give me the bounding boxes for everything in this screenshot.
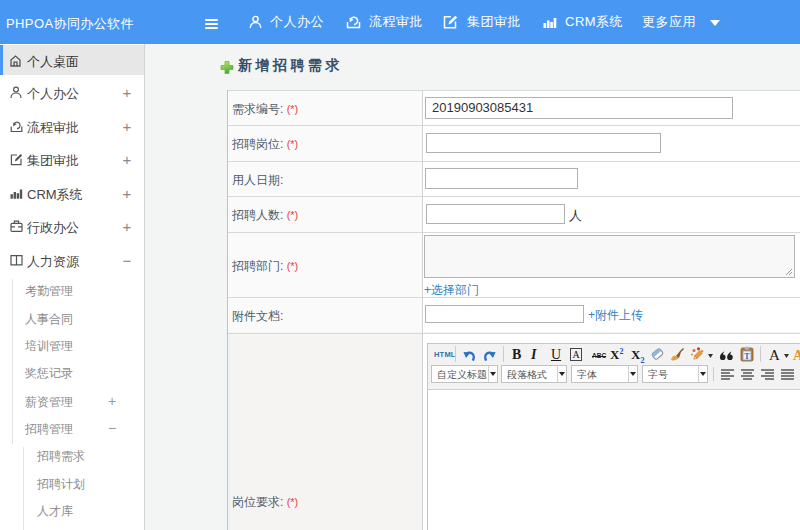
svg-text:T: T: [744, 352, 750, 361]
